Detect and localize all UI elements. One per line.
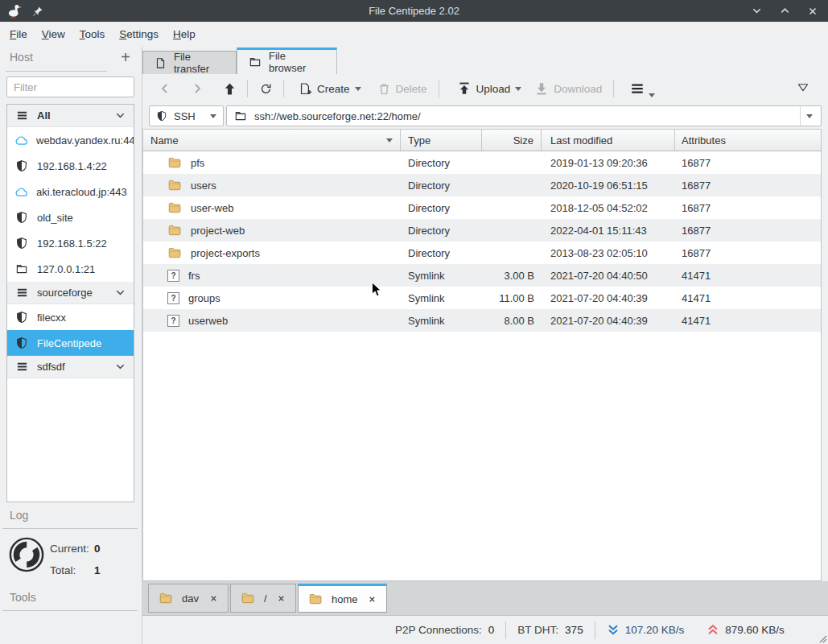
app-logo-goose-icon [6, 3, 23, 19]
download-speed: 107.20 KB/s [607, 624, 685, 637]
column-header-type[interactable]: Type [401, 130, 482, 151]
upload-icon [457, 81, 472, 96]
sync-circle-icon [8, 536, 45, 573]
filter-files-button[interactable] [796, 81, 810, 96]
back-button[interactable] [155, 79, 175, 98]
current-label: Current: [50, 543, 89, 555]
folder-icon [249, 56, 262, 68]
sidebar-item-old-site[interactable]: old_site [7, 204, 134, 230]
page-icon [154, 57, 167, 69]
sidebar-item-192-168-1-4[interactable]: 192.168.1.4:22 [7, 153, 134, 179]
bt-dht-value: 375 [565, 624, 583, 636]
tab-file-browser[interactable]: File browser [237, 47, 337, 74]
column-header-name[interactable]: Name [143, 130, 401, 151]
menu-tools[interactable]: Tools [80, 28, 105, 40]
menu-view[interactable]: View [42, 28, 65, 40]
window-title: File Centipede 2.02 [0, 5, 828, 17]
separator [247, 80, 248, 97]
hamburger-icon [14, 361, 29, 373]
table-row-users[interactable]: users Directory 2020-10-19 06:51:15 1687… [143, 174, 821, 196]
sidebar-item-aki-teracloud[interactable]: aki.teracloud.jp:443 [7, 179, 134, 204]
shield-icon [156, 110, 167, 122]
close-tab-icon[interactable] [277, 594, 286, 603]
separator [283, 80, 284, 97]
address-input[interactable] [254, 110, 793, 122]
table-body: pfs Directory 2019-01-13 09:20:36 16877 … [143, 151, 821, 332]
close-button[interactable] [807, 6, 818, 17]
sidebar-group-sdfsdf[interactable]: sdfsdf [7, 356, 134, 378]
column-header-size[interactable]: Size [482, 130, 542, 151]
separator [439, 80, 439, 97]
path-tab-dav[interactable]: dav [148, 584, 229, 613]
sidebar-group-sourceforge[interactable]: sourceforge [7, 282, 134, 304]
divider [6, 71, 107, 72]
maximize-button[interactable] [779, 5, 791, 17]
download-button[interactable]: Download [531, 80, 605, 97]
chevron-down-icon [114, 361, 126, 373]
create-button[interactable]: Create [295, 80, 365, 97]
main-tabbar: File transfer File browser [142, 47, 828, 74]
minimize-button[interactable] [751, 5, 763, 17]
table-row-userweb[interactable]: ?userweb Symlink 8.00 B 2021-07-20 04:40… [143, 309, 821, 332]
tab-file-transfer[interactable]: File transfer [142, 51, 237, 74]
folder-icon [167, 178, 182, 192]
dropdown-caret-icon [515, 87, 521, 91]
file-table: Name Type Size Last modified Attributes … [142, 129, 822, 581]
table-row-pfs[interactable]: pfs Directory 2019-01-13 09:20:36 16877 [143, 151, 821, 174]
sidebar-item-filecxx[interactable]: filecxx [7, 304, 134, 330]
forward-button[interactable] [187, 79, 207, 98]
hamburger-icon [14, 287, 29, 299]
address-dropdown-button[interactable] [800, 106, 818, 126]
addressbar: SSH [142, 103, 828, 129]
unknown-file-icon: ? [167, 292, 179, 304]
table-row-frs[interactable]: ?frs Symlink 3.00 B 2021-07-20 04:40:50 … [143, 264, 821, 287]
upload-button[interactable]: Upload [454, 80, 525, 97]
folder-icon [167, 155, 182, 170]
sidebar-item-filecentipede[interactable]: FileCentipede [7, 330, 134, 356]
sidebar-item-webdav-yandex[interactable]: webdav.yandex.ru:443 [7, 127, 134, 153]
close-tab-icon[interactable] [209, 594, 218, 603]
refresh-button[interactable] [256, 79, 275, 98]
shield-icon [14, 159, 29, 172]
sidebar-item-127-0-0-1[interactable]: 127.0.0.1:21 [7, 256, 134, 282]
folder-icon [167, 223, 182, 237]
host-panel-label: Host [10, 51, 33, 64]
add-host-button[interactable]: + [121, 51, 130, 64]
folder-icon [14, 262, 29, 275]
protocol-select[interactable]: SSH [149, 105, 224, 126]
sidebar-group-all[interactable]: All [7, 105, 134, 127]
total-value: 1 [94, 564, 101, 576]
divider [2, 528, 138, 529]
column-header-attributes[interactable]: Attributes [675, 130, 821, 151]
path-tab-home[interactable]: home [298, 584, 387, 613]
table-header: Name Type Size Last modified Attributes [143, 129, 821, 151]
folder-icon [241, 591, 255, 605]
filter-input[interactable] [6, 76, 134, 97]
menu-help[interactable]: Help [173, 28, 196, 40]
pin-icon[interactable] [32, 6, 43, 17]
table-row-user-web[interactable]: user-web Directory 2018-12-05 04:52:02 1… [143, 196, 821, 219]
unknown-file-icon: ? [167, 270, 179, 282]
current-value: 0 [94, 543, 101, 555]
chevron-down-icon [114, 287, 126, 299]
protocol-value: SSH [174, 110, 196, 122]
close-tab-icon[interactable] [368, 595, 377, 604]
up-directory-button[interactable] [220, 79, 239, 98]
resize-grip[interactable] [819, 635, 827, 643]
delete-button[interactable]: Delete [374, 80, 430, 97]
unknown-file-icon: ? [167, 315, 179, 327]
table-row-groups[interactable]: ?groups Symlink 11.00 B 2021-07-20 04:40… [143, 287, 821, 309]
host-list: All webdav.yandex.ru:443 192.168.1.4:22 … [6, 104, 134, 502]
menu-settings[interactable]: Settings [119, 28, 159, 40]
table-row-project-exports[interactable]: project-exports Directory 2013-08-23 02:… [143, 242, 821, 264]
separator [595, 621, 595, 639]
sidebar: Host + All webdav.yandex.ru:443 192.168.… [0, 47, 142, 644]
toolbar-menu-button[interactable] [628, 81, 655, 96]
menu-file[interactable]: File [10, 28, 27, 40]
column-header-modified[interactable]: Last modified [542, 130, 675, 151]
dropdown-caret-icon [355, 87, 361, 91]
sidebar-item-192-168-1-5[interactable]: 192.168.1.5:22 [7, 230, 134, 256]
path-tab-root[interactable]: / [230, 584, 296, 613]
path-tabbar: dav / home [142, 581, 828, 615]
table-row-project-web[interactable]: project-web Directory 2022-04-01 15:11:4… [143, 219, 821, 242]
